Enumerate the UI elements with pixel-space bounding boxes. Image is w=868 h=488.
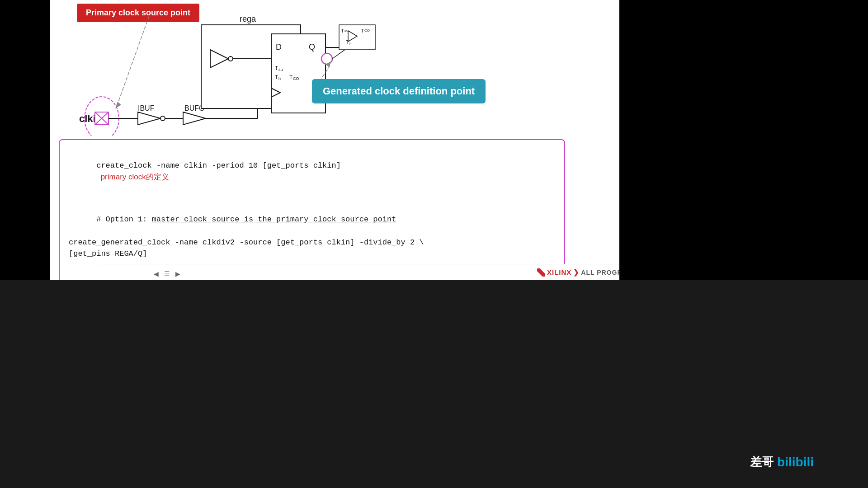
svg-text:CO: CO [293,76,299,81]
black-bottom-bar [0,280,868,488]
svg-text:CO: CO [364,28,370,33]
code-line-2: create_generated_clock -name clkdiv2 -so… [69,237,555,249]
svg-text:h: h [278,76,281,81]
svg-text:Q: Q [309,42,315,52]
svg-marker-11 [183,112,206,125]
svg-text:T: T [341,28,344,33]
code-line-3: [get_pins REGA/Q] [69,248,555,260]
svg-text:T: T [275,74,278,80]
nav-menu-button[interactable]: ☰ [164,270,170,277]
nav-back-button[interactable]: ◀ [154,270,159,277]
footer-bar: ◀ ☰ ▶ XILINX ❯ ALL PROGRAMMABLE. [99,264,619,280]
svg-marker-42 [115,102,121,108]
svg-point-18 [228,56,233,61]
black-left-bar [0,0,50,280]
svg-text:su: su [344,28,348,33]
spacer-1 [69,195,555,202]
bilibili-site: bilibili [777,455,814,469]
nav-controls: ◀ ☰ ▶ [154,270,180,277]
bilibili-prefix: 差哥 [750,454,774,470]
all-programmable-text: ALL PROGRAMMABLE. [581,269,619,276]
svg-point-8 [160,116,165,121]
svg-text:rega: rega [240,14,256,23]
svg-text:D: D [276,42,282,52]
code-comment-primary: primary clock的定义 [96,173,169,181]
svg-text:T: T [275,65,278,71]
bilibili-watermark: 差哥 bilibili [750,454,814,470]
generated-clock-label: Generated clock definition point [323,85,475,97]
footer-arrow: ❯ [573,268,579,277]
circuit-diagram: clkin IBUF BUFG rega [50,0,389,136]
code-opt1-comment: # Option 1: master clock source is the p… [69,202,555,237]
xilinx-text: XILINX [547,268,571,276]
svg-text:T: T [361,28,364,33]
nav-forward-button[interactable]: ▶ [175,270,180,277]
svg-marker-7 [138,112,160,125]
svg-line-41 [118,16,149,104]
code-block: create_clock -name clkin -period 10 [get… [59,139,565,280]
xilinx-logo: XILINX ❯ ALL PROGRAMMABLE. [537,268,619,277]
slide-content: Primary clock source point clkin IBUF BU… [50,0,619,280]
code-line-1: create_clock -name clkin -period 10 [get… [69,148,555,195]
xilinx-icon [537,268,545,277]
generated-clock-button: Generated clock definition point [312,79,486,103]
black-right-bar [619,0,868,280]
svg-text:T: T [346,40,349,45]
svg-text:su: su [278,67,283,72]
svg-text:T: T [289,74,293,80]
svg-text:IBUF: IBUF [138,104,155,112]
svg-text:h: h [349,42,351,46]
